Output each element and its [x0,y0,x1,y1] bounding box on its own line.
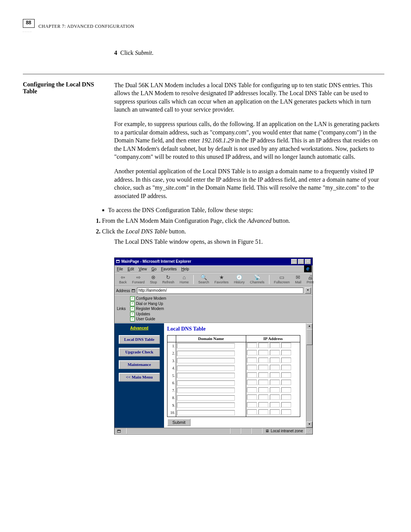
ip-octet-input[interactable] [247,372,257,378]
ip-octet-input[interactable] [247,380,257,385]
ip-octet-input[interactable] [270,409,280,415]
post-step-text: The Local DNS Table window opens, as sho… [114,238,384,246]
ip-octet-input[interactable] [258,387,268,393]
ip-octet-input[interactable] [247,350,257,355]
nav-main-menu[interactable]: << Main Menu [119,373,160,382]
ip-octet-input[interactable] [258,343,268,348]
ip-octet-input[interactable] [247,402,257,407]
toolbar-fullscreen-button[interactable]: ▭Fullscreen [272,274,292,285]
ip-octet-input[interactable] [281,365,291,370]
toolbar-search-button[interactable]: 🔍Search [196,274,212,285]
ip-octet-input[interactable] [270,358,280,363]
ip-octet-input[interactable] [281,387,291,393]
nav-heading-advanced[interactable]: Advanced [130,326,148,331]
toolbar-stop-button[interactable]: ⊗Stop [148,274,159,285]
domain-name-input[interactable] [177,380,235,386]
link-updates[interactable]: ✓Updates [130,312,166,317]
ip-octet-input[interactable] [258,395,268,400]
maximize-button[interactable]: □ [298,259,304,264]
domain-name-input[interactable] [177,366,235,371]
row-number: 3. [167,357,176,365]
toolbar-history-button[interactable]: 🕘History [232,274,247,285]
toolbar-channels-button[interactable]: 📡Channels [248,274,267,285]
address-input[interactable]: http://lanmodem/ [137,288,303,294]
ip-octet-input[interactable] [258,402,268,407]
ip-octet-input[interactable] [281,358,291,363]
ip-octet-input[interactable] [258,380,268,385]
toolbar-print-button[interactable]: 🖨Print [304,274,316,285]
scroll-thumb[interactable] [306,329,312,345]
domain-name-input[interactable] [177,403,235,408]
toolbar-refresh-button[interactable]: ↻Refresh [160,274,177,285]
ip-octet-input[interactable] [270,365,280,370]
ip-octet-input[interactable] [281,395,291,400]
table-row: 1.... [167,342,300,350]
table-row: 8.... [167,394,300,402]
domain-name-input[interactable] [177,410,235,415]
domain-name-input[interactable] [177,373,235,378]
toolbar-mail-button[interactable]: ✉Mail [293,274,304,285]
ip-octet-input[interactable] [270,350,280,355]
menu-file[interactable]: File [117,267,123,272]
ip-octet-input[interactable] [270,372,280,378]
ip-octet-input[interactable] [247,358,257,363]
ip-octet-input[interactable] [281,372,291,378]
title-bar: 🗔 MainPage - Microsoft Internet Explorer… [115,258,312,265]
domain-name-input[interactable] [177,358,235,363]
ip-octet-input[interactable] [270,395,280,400]
ip-octet-input[interactable] [270,402,280,407]
ip-octet-input[interactable] [258,365,268,370]
address-dropdown[interactable]: ▾ [305,288,311,294]
tool-bar: ⇦Back⇨Forward⊗Stop↻Refresh⌂Home🔍Search★F… [115,273,312,286]
domain-name-input[interactable] [177,388,235,393]
submit-button[interactable]: Submit [167,419,191,426]
ip-octet-input[interactable] [281,343,291,348]
ip-octet-input[interactable] [247,343,257,348]
scroll-down-button[interactable]: ▾ [306,422,312,428]
toolbar-forward-button[interactable]: ⇨Forward [130,274,147,285]
menu-help[interactable]: Help [181,267,189,272]
domain-name-input[interactable] [177,343,235,348]
toolbar-home-button[interactable]: ⌂Home [177,274,191,285]
resize-grip[interactable]: ⋰ [306,428,312,434]
ip-octet-input[interactable] [281,409,291,415]
scroll-up-button[interactable]: ▴ [306,323,312,329]
vertical-scrollbar[interactable]: ▴ ▾ [306,323,312,428]
toolbar-favorites-button[interactable]: ★Favorites [212,274,231,285]
link-configure-modem[interactable]: ✓Configure Modem [130,296,166,301]
nav-maintenance[interactable]: Maintenance [119,360,160,369]
ip-octet-input[interactable] [247,387,257,393]
ip-octet-input[interactable] [258,350,268,355]
status-zone: 🖥 Local intranet zone [263,428,306,434]
minimize-button[interactable]: _ [291,259,297,264]
ip-octet-input[interactable] [247,409,257,415]
ip-octet-input[interactable] [258,372,268,378]
ip-octet-input[interactable] [247,365,257,370]
nav-upgrade-check[interactable]: Upgrade Check [119,348,160,356]
link-dial-or-hang-up[interactable]: ✓Dial or Hang Up [130,301,166,307]
ip-octet-input[interactable] [270,387,280,393]
row-number: 9. [167,402,176,409]
domain-name-input[interactable] [177,395,235,401]
link-user-guide[interactable]: ✓User Guide [130,316,166,322]
ip-octet-input[interactable] [270,343,280,348]
close-button[interactable]: × [305,259,311,264]
menu-view[interactable]: View [139,267,147,272]
ie-logo-icon: e [304,265,312,272]
ip-octet-input[interactable] [281,402,291,407]
domain-name-input[interactable] [177,351,235,356]
ip-octet-input[interactable] [270,380,280,385]
menu-edit[interactable]: Edit [127,267,134,272]
menu-favorites[interactable]: Favorites [161,267,177,272]
ip-octet-input[interactable] [281,350,291,355]
menu-go[interactable]: Go [151,267,156,272]
ie-url-icon: 🗔 [132,288,135,294]
ip-octet-input[interactable] [258,358,268,363]
toolbar-back-button[interactable]: ⇦Back [117,274,129,285]
paragraph-3: Another potential application of the Loc… [114,167,384,200]
ip-octet-input[interactable] [247,395,257,400]
nav-local-dns-table[interactable]: Local DNS Table [119,335,160,344]
ip-octet-input[interactable] [281,380,291,385]
ip-octet-input[interactable] [258,409,268,415]
link-register-modem[interactable]: ✓Register Modem [130,306,166,312]
